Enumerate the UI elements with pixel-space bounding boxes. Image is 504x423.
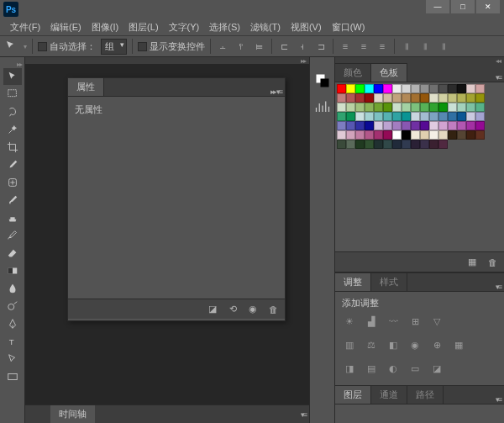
tab-paths[interactable]: 路径	[407, 385, 444, 404]
swatch[interactable]	[420, 93, 429, 103]
tab-properties[interactable]: 属性	[68, 77, 104, 96]
menu-window[interactable]: 窗口(W)	[327, 19, 370, 35]
swatch[interactable]	[355, 93, 365, 103]
swatch[interactable]	[383, 130, 392, 140]
swatch[interactable]	[420, 103, 429, 112]
swatch[interactable]	[337, 140, 346, 149]
swatch[interactable]	[346, 140, 355, 149]
swatch[interactable]	[438, 103, 448, 112]
swatch[interactable]	[429, 93, 438, 103]
swatch[interactable]	[383, 93, 392, 103]
auto-select-checkbox[interactable]: 自动选择：	[38, 40, 96, 53]
eraser-tool[interactable]	[3, 245, 22, 262]
swatch[interactable]	[383, 140, 392, 149]
swatch[interactable]	[365, 103, 374, 112]
trash-icon[interactable]: 🗑	[266, 303, 280, 316]
tab-adjustments[interactable]: 调整	[335, 272, 371, 291]
swatch[interactable]	[429, 84, 438, 93]
swatch[interactable]	[402, 140, 411, 149]
swatch[interactable]	[365, 121, 374, 130]
swatch[interactable]	[466, 103, 475, 112]
swatch[interactable]	[411, 84, 420, 93]
swatch[interactable]	[411, 140, 420, 149]
swatch[interactable]	[374, 112, 383, 121]
swatch[interactable]	[411, 103, 420, 112]
brush-tool[interactable]	[3, 192, 22, 209]
swatch[interactable]	[365, 93, 374, 103]
curves-icon[interactable]: 〰	[386, 315, 401, 328]
panel-menu-icon[interactable]: ▾≡	[496, 283, 501, 291]
swatch[interactable]	[466, 84, 475, 93]
show-transform-checkbox[interactable]: 显示变换控件	[138, 40, 205, 53]
move-tool[interactable]	[3, 68, 22, 85]
threshold-icon[interactable]: ◐	[386, 362, 401, 375]
swatch[interactable]	[475, 103, 485, 112]
bw-icon[interactable]: ◧	[386, 338, 401, 352]
swatch[interactable]	[346, 121, 355, 130]
swatch[interactable]	[457, 130, 466, 140]
eyedropper-tool[interactable]	[3, 156, 22, 173]
healing-brush-tool[interactable]	[3, 174, 22, 191]
levels-icon[interactable]: ▟	[364, 315, 379, 328]
align-right-icon[interactable]: ⊐	[314, 40, 328, 53]
swatch[interactable]	[374, 93, 383, 103]
align-bottom-icon[interactable]: ⫢	[253, 40, 266, 53]
swatch[interactable]	[429, 121, 438, 130]
menu-filter[interactable]: 滤镜(T)	[245, 19, 286, 35]
swatch[interactable]	[429, 112, 438, 121]
swatch[interactable]	[383, 112, 392, 121]
menu-select[interactable]: 选择(S)	[204, 19, 245, 35]
swatch[interactable]	[420, 84, 429, 93]
tab-layers[interactable]: 图层	[335, 385, 371, 404]
swatch[interactable]	[402, 130, 411, 140]
swatch[interactable]	[457, 103, 466, 112]
minimize-button[interactable]: —	[426, 0, 449, 13]
swatch[interactable]	[448, 130, 457, 140]
panel-menu-icon[interactable]: ▾≡	[496, 395, 501, 404]
align-top-icon[interactable]: ⫠	[216, 40, 229, 53]
balance-icon[interactable]: ⚖	[364, 338, 379, 352]
swatch[interactable]	[457, 84, 466, 93]
swatch[interactable]	[402, 112, 411, 121]
swatch[interactable]	[346, 93, 355, 103]
swatch[interactable]	[448, 84, 457, 93]
path-selection-tool[interactable]	[3, 351, 22, 367]
swatch[interactable]	[438, 121, 448, 130]
swatch[interactable]	[402, 103, 411, 112]
swatch[interactable]	[475, 112, 485, 121]
swatch[interactable]	[457, 112, 466, 121]
distribute-icon[interactable]: ≡	[357, 40, 370, 53]
blur-tool[interactable]	[3, 280, 22, 297]
swatch[interactable]	[365, 130, 374, 140]
swatch[interactable]	[438, 84, 448, 93]
swatch[interactable]	[411, 112, 420, 121]
tab-styles[interactable]: 样式	[371, 272, 407, 291]
lookup-icon[interactable]: ▦	[451, 338, 466, 352]
swatch[interactable]	[429, 140, 438, 149]
panel-menu-icon[interactable]: ▾≡	[496, 73, 501, 82]
swatch[interactable]	[392, 140, 402, 149]
expand-toolbar-icon[interactable]: ▸▸	[17, 61, 22, 67]
swatch[interactable]	[355, 112, 365, 121]
close-button[interactable]: ✕	[476, 0, 500, 13]
auto-select-type-dropdown[interactable]: 组	[101, 39, 127, 55]
gradient-tool[interactable]	[3, 262, 22, 279]
swatch[interactable]	[346, 103, 355, 112]
swatch[interactable]	[420, 121, 429, 130]
swatch[interactable]	[448, 93, 457, 103]
swatch[interactable]	[355, 84, 365, 93]
hue-icon[interactable]: ▥	[342, 338, 357, 352]
swatch[interactable]	[411, 130, 420, 140]
swatch[interactable]	[383, 84, 392, 93]
swatch[interactable]	[420, 140, 429, 149]
dodge-tool[interactable]	[3, 298, 22, 315]
timeline-menu-icon[interactable]: ▾≡	[301, 410, 306, 419]
tab-channels[interactable]: 通道	[371, 385, 407, 404]
history-brush-tool[interactable]	[3, 227, 22, 244]
swatch[interactable]	[438, 140, 448, 149]
clone-stamp-tool[interactable]	[3, 209, 22, 226]
swatch[interactable]	[429, 103, 438, 112]
menu-layer[interactable]: 图层(L)	[123, 19, 163, 35]
swatch[interactable]	[475, 121, 485, 130]
magic-wand-tool[interactable]	[3, 121, 22, 138]
